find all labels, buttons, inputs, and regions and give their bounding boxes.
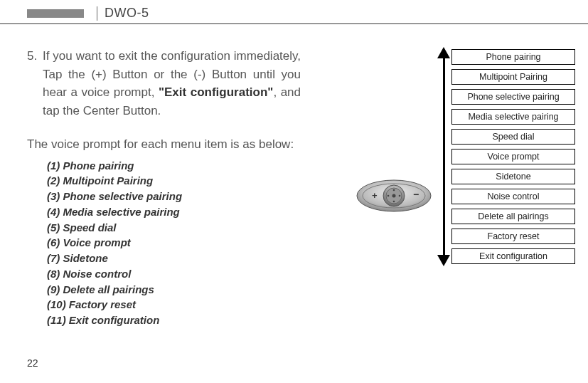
menu-item-sidetone: Sidetone bbox=[451, 169, 575, 184]
arrow-up-icon bbox=[437, 47, 450, 58]
list-item: (2) Multipoint Pairing bbox=[47, 173, 301, 189]
page-header: DWO-5 bbox=[0, 0, 588, 24]
svg-point-4 bbox=[392, 194, 396, 198]
scroll-arrow bbox=[437, 47, 450, 266]
menu-item-phone-pairing: Phone pairing bbox=[451, 49, 575, 65]
list-item: (6) Voice prompt bbox=[47, 235, 301, 251]
arrow-shaft bbox=[443, 58, 445, 255]
svg-text:−: − bbox=[413, 189, 419, 200]
menu-diagram: + − Phone pairing Multipoint Pairing Pho… bbox=[355, 47, 575, 266]
step-text: If you want to exit the configuration im… bbox=[43, 47, 301, 120]
menu-item-speed-dial: Speed dial bbox=[451, 129, 575, 145]
device-illustration: + − bbox=[355, 174, 433, 217]
voice-prompt-intro: The voice prompt for each menu item is a… bbox=[27, 135, 301, 154]
arrow-down-icon bbox=[437, 255, 450, 266]
page-number: 22 bbox=[27, 357, 38, 369]
menu-item-exit-configuration: Exit configuration bbox=[451, 248, 575, 264]
step-5: 5. If you want to exit the configuration… bbox=[27, 47, 301, 120]
menu-item-factory-reset: Factory reset bbox=[451, 229, 575, 244]
voice-prompt-list: (1) Phone pairing (2) Multipoint Pairing… bbox=[27, 158, 301, 328]
menu-item-noise-control: Noise control bbox=[451, 189, 575, 204]
header-brand-bar bbox=[27, 9, 84, 18]
list-item: (10) Factory reset bbox=[47, 297, 301, 313]
svg-point-7 bbox=[387, 195, 390, 197]
list-item: (7) Sidetone bbox=[47, 251, 301, 266]
step-number: 5. bbox=[27, 47, 43, 120]
menu-item-delete-all-pairings: Delete all pairings bbox=[451, 209, 575, 224]
list-item: (8) Noise control bbox=[47, 266, 301, 282]
menu-list: Phone pairing Multipoint Pairing Phone s… bbox=[451, 49, 575, 264]
step-text-bold: "Exit configuration" bbox=[159, 85, 273, 99]
list-item: (1) Phone pairing bbox=[47, 158, 301, 174]
header-model: DWO-5 bbox=[105, 6, 149, 21]
list-item: (11) Exit configuration bbox=[47, 313, 301, 328]
list-item: (4) Media selective pairing bbox=[47, 204, 301, 220]
menu-item-voice-prompt: Voice prompt bbox=[451, 149, 575, 164]
right-column: + − Phone pairing Multipoint Pairing Pho… bbox=[301, 47, 575, 328]
svg-text:+: + bbox=[372, 190, 378, 201]
menu-item-phone-selective-pairing: Phone selective pairing bbox=[451, 89, 575, 105]
list-item: (5) Speed dial bbox=[47, 220, 301, 236]
list-item: (9) Delete all pairings bbox=[47, 282, 301, 298]
svg-point-6 bbox=[393, 201, 395, 203]
list-item: (3) Phone selective pairing bbox=[47, 189, 301, 204]
svg-point-8 bbox=[399, 195, 401, 197]
svg-point-5 bbox=[393, 189, 395, 192]
header-divider bbox=[97, 6, 97, 21]
left-column: 5. If you want to exit the configuration… bbox=[27, 47, 301, 328]
menu-item-multipoint-pairing: Multipoint Pairing bbox=[451, 69, 575, 85]
menu-item-media-selective-pairing: Media selective pairing bbox=[451, 109, 575, 125]
content-area: 5. If you want to exit the configuration… bbox=[0, 27, 588, 328]
